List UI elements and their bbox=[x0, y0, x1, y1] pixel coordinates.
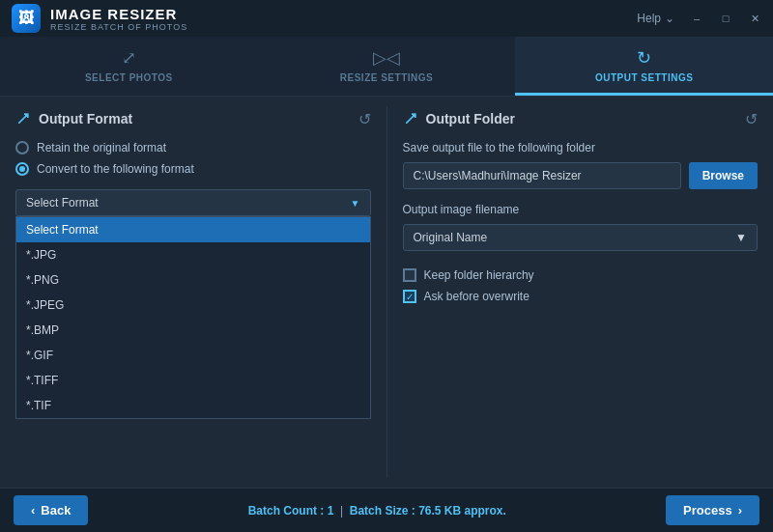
save-label: Save output file to the following folder bbox=[403, 141, 759, 154]
format-option-bmp[interactable]: *.BMP bbox=[16, 318, 370, 343]
format-option-png[interactable]: *.PNG bbox=[16, 267, 370, 293]
radio-retain-circle bbox=[15, 141, 29, 154]
restore-button[interactable]: □ bbox=[719, 12, 732, 25]
format-selected-value: Select Format bbox=[26, 196, 99, 210]
format-dropdown-arrow-icon: ▼ bbox=[351, 198, 360, 209]
batch-count-label: Batch Count : bbox=[248, 504, 325, 518]
radio-convert-circle bbox=[15, 162, 29, 176]
format-option-select[interactable]: Select Format bbox=[16, 217, 370, 242]
filename-dropdown[interactable]: Original Name ▼ bbox=[403, 224, 759, 251]
radio-convert[interactable]: Convert to the following format bbox=[15, 162, 371, 176]
radio-retain[interactable]: Retain the original format bbox=[15, 141, 371, 154]
folder-input-row: Browse bbox=[403, 162, 759, 189]
format-select-display[interactable]: Select Format ▼ bbox=[15, 189, 371, 216]
back-label: Back bbox=[41, 503, 71, 518]
overwrite-checkbox[interactable]: ✓ bbox=[403, 290, 416, 303]
filename-dropdown-arrow-icon: ▼ bbox=[735, 231, 747, 244]
help-label: Help bbox=[637, 12, 661, 25]
app-subtitle: RESIZE BATCH OF PHOTOS bbox=[50, 22, 187, 32]
select-photos-icon: ⤢ bbox=[122, 47, 136, 69]
minimize-button[interactable]: – bbox=[690, 12, 703, 25]
checkbox-group: Keep folder hierarchy ✓ Ask before overw… bbox=[403, 268, 759, 303]
output-format-title: Output Format bbox=[39, 111, 132, 126]
radio-retain-label: Retain the original format bbox=[37, 141, 166, 154]
checkbox-overwrite[interactable]: ✓ Ask before overwrite bbox=[403, 290, 759, 303]
title-bar: 🖼 IMAGE RESIZER RESIZE BATCH OF PHOTOS H… bbox=[0, 0, 773, 37]
output-folder-title: Output Folder bbox=[426, 111, 516, 126]
output-format-header: ⭧ Output Format bbox=[15, 110, 371, 127]
radio-convert-label: Convert to the following format bbox=[37, 162, 194, 176]
output-settings-label: OUTPUT SETTINGS bbox=[595, 72, 693, 83]
format-option-tif[interactable]: *.TIF bbox=[16, 393, 370, 418]
hierarchy-label: Keep folder hierarchy bbox=[424, 268, 534, 282]
process-button[interactable]: Process › bbox=[666, 495, 759, 525]
batch-info: Batch Count : 1 | Batch Size : 76.5 KB a… bbox=[248, 504, 506, 518]
format-dropdown-wrapper: Select Format ▼ Select Format *.JPG *.PN… bbox=[15, 189, 371, 216]
checkbox-hierarchy[interactable]: Keep folder hierarchy bbox=[403, 268, 759, 282]
folder-path-input[interactable] bbox=[403, 162, 681, 189]
back-chevron-icon: ‹ bbox=[31, 503, 35, 518]
browse-button[interactable]: Browse bbox=[689, 162, 758, 189]
format-option-tiff[interactable]: *.TIFF bbox=[16, 368, 370, 393]
format-radio-group: Retain the original format Convert to th… bbox=[15, 141, 371, 176]
select-photos-label: SELECT PHOTOS bbox=[85, 72, 173, 83]
output-format-icon: ⭧ bbox=[15, 110, 31, 127]
format-option-jpeg[interactable]: *.JPEG bbox=[16, 293, 370, 318]
app-title: IMAGE RESIZER bbox=[50, 6, 187, 22]
output-settings-icon: ↻ bbox=[637, 47, 651, 69]
folder-reset-button[interactable]: ↺ bbox=[745, 110, 758, 128]
app-title-block: IMAGE RESIZER RESIZE BATCH OF PHOTOS bbox=[50, 6, 187, 32]
batch-size-value: 76.5 KB approx. bbox=[418, 504, 506, 518]
format-option-jpg[interactable]: *.JPG bbox=[16, 242, 370, 267]
output-folder-icon: ⭧ bbox=[403, 110, 418, 127]
process-label: Process bbox=[683, 503, 732, 518]
title-bar-left: 🖼 IMAGE RESIZER RESIZE BATCH OF PHOTOS bbox=[12, 4, 187, 33]
title-bar-right: Help ⌄ – □ ✕ bbox=[637, 12, 761, 25]
format-reset-button[interactable]: ↺ bbox=[358, 110, 371, 128]
batch-size-label: Batch Size : bbox=[350, 504, 415, 518]
filename-selected-value: Original Name bbox=[414, 231, 488, 244]
filename-label: Output image filename bbox=[403, 203, 759, 216]
app-icon: 🖼 bbox=[12, 4, 41, 33]
steps-nav: ⤢ SELECT PHOTOS ▷◁ RESIZE SETTINGS ↻ OUT… bbox=[0, 37, 773, 97]
step-output-settings[interactable]: ↻ OUTPUT SETTINGS bbox=[515, 37, 773, 96]
format-option-gif[interactable]: *.GIF bbox=[16, 343, 370, 368]
bottom-bar: ‹ Back Batch Count : 1 | Batch Size : 76… bbox=[0, 488, 773, 532]
help-chevron-icon: ⌄ bbox=[665, 12, 674, 25]
step-resize-settings[interactable]: ▷◁ RESIZE SETTINGS bbox=[258, 37, 516, 96]
main-content: ⭧ Output Format ↺ Retain the original fo… bbox=[0, 97, 773, 488]
close-button[interactable]: ✕ bbox=[748, 12, 761, 25]
format-dropdown-list: Select Format *.JPG *.PNG *.JPEG *.BMP *… bbox=[15, 216, 371, 419]
output-folder-header: ⭧ Output Folder bbox=[403, 110, 759, 127]
resize-settings-label: RESIZE SETTINGS bbox=[340, 72, 433, 83]
overwrite-label: Ask before overwrite bbox=[424, 290, 530, 303]
step-select-photos[interactable]: ⤢ SELECT PHOTOS bbox=[0, 37, 258, 96]
resize-settings-icon: ▷◁ bbox=[373, 47, 400, 69]
hierarchy-checkbox[interactable] bbox=[403, 268, 416, 282]
back-button[interactable]: ‹ Back bbox=[14, 495, 88, 525]
batch-count-value: 1 bbox=[328, 504, 334, 518]
process-chevron-icon: › bbox=[738, 503, 742, 518]
output-folder-panel: ⭧ Output Folder ↺ Save output file to th… bbox=[387, 97, 774, 488]
output-format-panel: ⭧ Output Format ↺ Retain the original fo… bbox=[0, 97, 386, 488]
help-button[interactable]: Help ⌄ bbox=[637, 12, 674, 25]
